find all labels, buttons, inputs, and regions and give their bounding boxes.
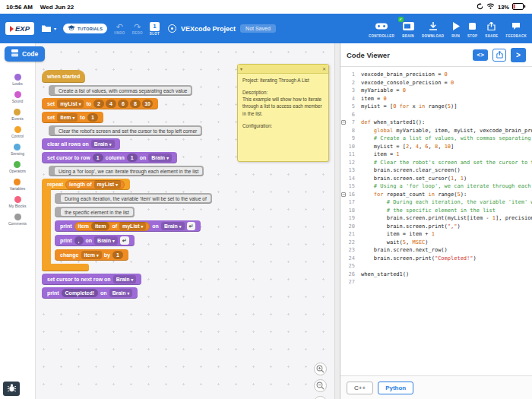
line-number: 11 [340, 150, 355, 159]
print-item-block[interactable]: print item item of myList▾ on Brain▾ ↵ [55, 220, 201, 232]
device-dropdown[interactable]: Brain▾ [91, 140, 115, 148]
variable-dropdown[interactable]: item▾ [57, 113, 78, 122]
item-of-list-reporter[interactable]: item item of myList▾ [74, 222, 150, 231]
comment-block-iteration-2[interactable]: the specific element in the list [55, 207, 135, 217]
share-code-button[interactable] [492, 49, 506, 62]
palette-item-my-blocks[interactable]: My Blocks [9, 196, 27, 208]
palette-item-looks[interactable]: Looks [12, 74, 22, 86]
run-button[interactable]: RUN [451, 20, 460, 38]
value-chip[interactable]: 1 [87, 113, 98, 122]
text-chip[interactable]: Completed! [62, 289, 99, 297]
comment-block-clear[interactable]: Clear the robot's screen and set the cur… [49, 125, 202, 136]
text-chip[interactable]: , [74, 236, 84, 245]
list-dropdown[interactable]: myList▾ [119, 222, 146, 230]
value-chip[interactable]: 8 [130, 100, 141, 108]
expand-panel-button[interactable]: > [511, 48, 526, 62]
palette-item-sound[interactable]: Sound [12, 91, 23, 103]
row-chip[interactable]: 1 [93, 154, 103, 162]
comment-block-loop[interactable]: Using a 'for loop', we can iterate throu… [49, 166, 204, 176]
variable-dropdown[interactable]: myList▾ [57, 100, 84, 108]
palette-item-operators[interactable]: Operators [9, 161, 26, 173]
download-button[interactable]: DOWNLOAD [422, 20, 444, 38]
download-icon [429, 20, 438, 33]
item-variable-chip[interactable]: item [91, 222, 109, 230]
zoom-in-button[interactable] [314, 363, 327, 375]
tab-code[interactable]: Code [5, 46, 45, 62]
palette-item-variables[interactable]: Variables [10, 179, 25, 191]
repeat-header[interactable]: repeat length of myList▾ [42, 179, 130, 190]
zoom-reset-button[interactable] [314, 396, 327, 399]
brain-button[interactable]: ✓ BRAIN [402, 20, 414, 38]
code-line: 25 [340, 262, 532, 271]
comment-block-iteration-1[interactable]: During each iteration, the variable 'ite… [55, 193, 212, 204]
repeat-block[interactable]: repeat length of myList▾ During each ite… [42, 179, 212, 271]
device-dropdown[interactable]: Brain▾ [109, 289, 133, 297]
file-menu-button[interactable]: ▾ [41, 22, 56, 36]
app-toolbar: EXP ▾ TUTORIALS ↶ UNDO ↷ REDO 1 SLOT VEX… [0, 14, 532, 43]
undo-button[interactable]: ↶ UNDO [114, 23, 125, 35]
column-chip[interactable]: 1 [127, 154, 138, 162]
tab-python[interactable]: Python [378, 382, 413, 394]
note-description-label: Description: [242, 89, 324, 96]
panel-resize-handle[interactable] [334, 43, 340, 399]
comment-block-create[interactable]: Create a list of values, with commas sep… [49, 85, 192, 96]
chevron-down-icon: ▾ [112, 239, 115, 243]
share-button[interactable]: SHARE [485, 20, 498, 38]
code-listing[interactable]: 1vexcode_brain_precision = 02vexcode_con… [340, 67, 532, 375]
note-close-icon[interactable]: ✕ [322, 66, 326, 71]
variable-dropdown[interactable]: item▾ [81, 251, 102, 259]
palette-item-sensing[interactable]: Sensing [11, 144, 24, 156]
code-line: 14 brain.screen.set_cursor(1, 1) [340, 175, 532, 183]
palette-item-control[interactable]: Control [11, 126, 24, 138]
set-item-block[interactable]: set item▾ to 1 [42, 112, 103, 123]
line-number: 6 [340, 111, 355, 119]
palette-item-comments[interactable]: Comments [8, 214, 27, 226]
category-dot-icon [14, 196, 21, 203]
cursor-option-icon[interactable]: ↵ [187, 222, 196, 230]
device-dropdown[interactable]: Brain▾ [94, 236, 118, 245]
category-dot-icon [14, 144, 21, 150]
category-dot-icon [14, 126, 21, 133]
value-chip[interactable]: 2 [93, 100, 104, 108]
device-dropdown[interactable]: Brain▾ [148, 154, 172, 162]
value-chip[interactable]: 6 [118, 100, 128, 108]
feedback-button[interactable]: FEEDBACK [506, 20, 527, 38]
print-comma-block[interactable]: print , on Brain▾ ↵ [55, 235, 135, 246]
tutorials-button[interactable]: TUTORIALS [63, 24, 107, 33]
length-of-reporter[interactable]: length of myList▾ [65, 180, 125, 189]
palette-item-events[interactable]: Events [11, 109, 23, 121]
value-chip[interactable]: 10 [142, 100, 153, 108]
slot-button[interactable]: 1 SLOT [150, 22, 160, 36]
value-chip[interactable]: 1 [112, 251, 123, 259]
code-toggle-button[interactable]: <> [473, 49, 488, 61]
cursor-option-icon[interactable]: ↵ [120, 236, 129, 245]
value-chip[interactable]: 4 [106, 100, 116, 108]
tab-cpp[interactable]: C++ [347, 382, 373, 394]
project-name[interactable]: VEXcode Project [181, 25, 236, 33]
zoom-out-button[interactable] [314, 379, 327, 392]
undo-icon: ↶ [116, 23, 123, 30]
print-completed-block[interactable]: print Completed! on Brain▾ [42, 287, 138, 299]
when-started-block[interactable]: when started [42, 70, 85, 83]
change-item-block[interactable]: change item▾ by 1 [55, 249, 128, 261]
device-dropdown[interactable]: Brain▾ [161, 222, 185, 230]
code-line: −7def when_started1(): [340, 119, 532, 127]
set-cursor-block[interactable]: set cursor to row 1 column 1 on Brain▾ [42, 152, 177, 163]
note-collapse-icon[interactable]: ▾ [240, 66, 242, 71]
redo-button[interactable]: ↷ REDO [132, 23, 143, 35]
set-mylist-block[interactable]: set myList▾ to 246810 [42, 98, 158, 109]
device-dropdown[interactable]: Brain▾ [113, 275, 137, 283]
category-dot-icon [14, 74, 21, 81]
project-note[interactable]: ▾ ✕ Project: Iterating Through A List De… [237, 64, 329, 162]
blocks-canvas[interactable]: when started Create a list of values, wi… [35, 43, 334, 399]
console-toggle-button[interactable] [3, 382, 20, 396]
controller-button[interactable]: CONTROLLER [369, 20, 394, 38]
code-viewer-panel: Code Viewer <> > 1vexcode_brain_precisio… [340, 43, 532, 399]
stop-button[interactable]: STOP [467, 20, 477, 38]
brain-connected-badge: ✓ [398, 17, 404, 22]
clear-all-rows-block[interactable]: clear all rows on Brain▾ [42, 138, 120, 150]
chevron-down-icon: ▾ [73, 116, 75, 120]
list-dropdown[interactable]: myList▾ [94, 180, 121, 188]
next-row-block[interactable]: set cursor to next row on Brain▾ [42, 274, 141, 285]
line-number: 21 [340, 230, 355, 239]
